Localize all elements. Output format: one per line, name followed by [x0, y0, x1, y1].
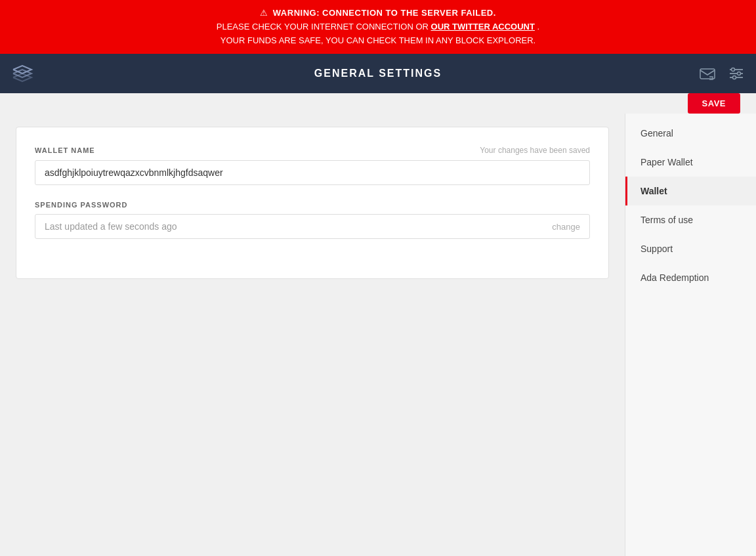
warning-title: WARNING: CONNECTION TO THE SERVER FAILED… — [273, 8, 496, 18]
spending-password-label: SPENDING PASSWORD — [35, 201, 127, 209]
svg-point-4 — [738, 72, 741, 75]
sidebar-item-terms-of-use[interactable]: Terms of use — [625, 205, 756, 234]
layout: WALLET NAME Your changes have been saved… — [0, 114, 756, 556]
settings-icon[interactable] — [727, 64, 746, 83]
warning-line3: YOUR FUNDS ARE SAFE, YOU CAN CHECK THEM … — [220, 35, 536, 45]
settings-sidebar: General Paper Wallet Wallet Terms of use… — [625, 114, 756, 556]
sidebar-item-wallet[interactable]: Wallet — [625, 177, 756, 205]
wallet-name-label: WALLET NAME — [35, 146, 95, 154]
save-btn-area: SAVE — [0, 91, 756, 114]
save-button[interactable]: SAVE — [688, 93, 740, 114]
sidebar-item-general[interactable]: General — [625, 119, 756, 148]
spending-password-group: SPENDING PASSWORD Last updated a few sec… — [35, 201, 590, 239]
saved-message: Your changes have been saved — [480, 146, 590, 155]
wallet-name-input[interactable] — [35, 160, 590, 185]
sidebar-item-ada-redemption[interactable]: Ada Redemption — [625, 263, 756, 292]
spending-password-field: Last updated a few seconds ago change — [35, 214, 590, 239]
change-password-link[interactable]: change — [552, 222, 580, 232]
logo-icon — [10, 62, 34, 85]
svg-point-2 — [732, 68, 735, 72]
warning-line2-prefix: PLEASE CHECK YOUR INTERNET CONNECTION OR — [217, 22, 431, 32]
spending-password-status: Last updated a few seconds ago — [45, 221, 177, 232]
page-title: GENERAL SETTINGS — [314, 68, 442, 79]
sidebar-item-support[interactable]: Support — [625, 234, 756, 263]
wallet-icon[interactable] — [698, 64, 717, 83]
topbar: GENERAL SETTINGS — [0, 54, 756, 93]
topbar-actions — [698, 64, 746, 83]
warning-icon: ⚠ — [260, 7, 268, 20]
settings-card: WALLET NAME Your changes have been saved… — [16, 127, 609, 279]
wallet-name-group: WALLET NAME Your changes have been saved — [35, 146, 590, 185]
wallet-name-label-row: WALLET NAME Your changes have been saved — [35, 146, 590, 155]
spending-password-label-row: SPENDING PASSWORD — [35, 201, 590, 209]
sidebar-item-paper-wallet[interactable]: Paper Wallet — [625, 148, 756, 177]
warning-line2-suffix: . — [537, 22, 540, 32]
twitter-link[interactable]: OUR TWITTER ACCOUNT — [431, 22, 535, 32]
svg-point-6 — [733, 76, 736, 79]
warning-banner: ⚠ WARNING: CONNECTION TO THE SERVER FAIL… — [0, 0, 756, 54]
main-content: WALLET NAME Your changes have been saved… — [0, 114, 625, 556]
app-logo — [10, 62, 34, 85]
